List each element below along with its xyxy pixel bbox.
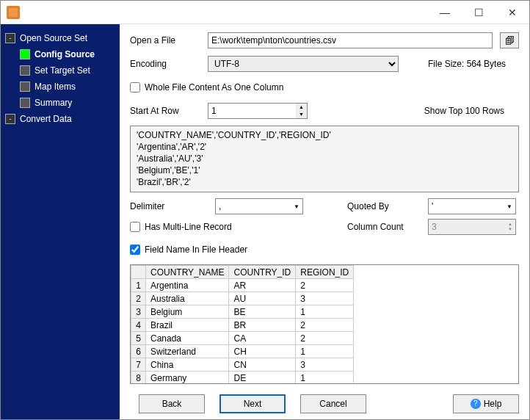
whole-file-checkbox[interactable] xyxy=(130,82,140,93)
data-preview-table[interactable]: COUNTRY_NAME COUNTRY_ID REGION_ID 1Argen… xyxy=(130,264,519,384)
help-button[interactable]: ? Help xyxy=(453,394,519,413)
table-cell[interactable]: China xyxy=(146,358,229,372)
tree-node-icon xyxy=(20,65,30,76)
table-cell[interactable]: Germany xyxy=(146,372,229,384)
table-cell[interactable]: 3 xyxy=(296,358,354,372)
column-count-label: Column Count xyxy=(347,222,421,232)
table-cell[interactable]: Australia xyxy=(146,292,229,305)
table-row-header: 3 xyxy=(131,305,146,319)
wizard-sidebar: Open Source Set Config Source Set Target… xyxy=(1,24,120,419)
spinner-down-icon[interactable]: ▼ xyxy=(508,227,512,232)
chevron-down-icon: ▼ xyxy=(294,203,300,210)
cancel-button[interactable]: Cancel xyxy=(300,394,366,413)
sidebar-item-summary[interactable]: Summary xyxy=(4,95,117,111)
table-cell[interactable]: 1 xyxy=(296,345,354,358)
app-icon xyxy=(7,6,20,19)
start-row-label: Start At Row xyxy=(130,106,200,116)
delimiter-select[interactable]: , ▼ xyxy=(215,198,303,214)
encoding-select[interactable]: UTF-8 xyxy=(208,56,399,72)
multiline-label: Has Multi-Line Record xyxy=(145,222,232,232)
table-row[interactable]: 6SwitzerlandCH1 xyxy=(131,345,354,358)
sidebar-item-open-source-set[interactable]: Open Source Set xyxy=(4,30,117,46)
file-size-label: File Size: 564 Bytes xyxy=(428,59,506,69)
table-cell[interactable]: 2 xyxy=(296,319,354,332)
column-count-spinner[interactable]: 3 ▲ ▼ xyxy=(428,219,516,235)
help-icon: ? xyxy=(471,399,481,409)
main-panel: Open a File 🗐 Encoding UTF-8 File Size: … xyxy=(120,24,529,419)
sidebar-item-config-source[interactable]: Config Source xyxy=(4,46,117,62)
table-corner xyxy=(131,266,146,279)
show-top-rows-label: Show Top 100 Rows xyxy=(424,106,504,116)
filepath-input[interactable] xyxy=(208,32,493,48)
table-row-header: 1 xyxy=(131,279,146,292)
table-cell[interactable]: AU xyxy=(229,292,296,305)
tree-node-icon xyxy=(20,82,30,92)
whole-file-label: Whole File Content As One Column xyxy=(145,82,283,93)
table-cell[interactable]: 1 xyxy=(296,372,354,384)
spinner-up-icon[interactable]: ▲ xyxy=(296,104,307,111)
table-row-header: 7 xyxy=(131,358,146,372)
tree-node-icon xyxy=(20,98,30,108)
folder-icon: 🗐 xyxy=(505,35,515,46)
back-button[interactable]: Back xyxy=(139,394,205,413)
table-cell[interactable]: 2 xyxy=(296,332,354,345)
file-preview-textarea[interactable]: 'COUNTRY_NAME','COUNTRY_ID','REGION_ID' … xyxy=(130,126,519,192)
table-cell[interactable]: CA xyxy=(229,332,296,345)
open-file-label: Open a File xyxy=(130,35,200,46)
table-row[interactable]: 5CanadaCA2 xyxy=(131,332,354,345)
sidebar-item-label: Config Source xyxy=(35,49,95,59)
table-header[interactable]: COUNTRY_NAME xyxy=(146,266,229,279)
table-cell[interactable]: Belgium xyxy=(146,305,229,319)
maximize-button[interactable]: ☐ xyxy=(462,1,495,24)
table-cell[interactable]: BE xyxy=(229,305,296,319)
table-cell[interactable]: BR xyxy=(229,319,296,332)
table-header[interactable]: COUNTRY_ID xyxy=(229,266,296,279)
fieldname-header-label: Field Name In File Header xyxy=(145,245,247,255)
sidebar-item-set-target-set[interactable]: Set Target Set xyxy=(4,62,117,79)
table-row[interactable]: 1ArgentinaAR2 xyxy=(131,279,354,292)
tree-expand-icon xyxy=(5,33,15,43)
table-cell[interactable]: DE xyxy=(229,372,296,384)
chevron-down-icon: ▼ xyxy=(507,203,512,210)
table-cell[interactable]: 3 xyxy=(296,292,354,305)
table-row[interactable]: 8GermanyDE1 xyxy=(131,372,354,384)
table-row[interactable]: 3BelgiumBE1 xyxy=(131,305,354,319)
title-bar: — ☐ ✕ xyxy=(1,1,529,24)
minimize-button[interactable]: — xyxy=(428,1,462,24)
fieldname-header-checkbox[interactable] xyxy=(130,245,140,255)
quotedby-label: Quoted By xyxy=(347,201,421,211)
quotedby-select[interactable]: ' ▼ xyxy=(428,198,516,214)
start-row-input[interactable] xyxy=(208,103,296,119)
table-cell[interactable]: CN xyxy=(229,358,296,372)
table-cell[interactable]: 1 xyxy=(296,305,354,319)
table-row-header: 4 xyxy=(131,319,146,332)
table-cell[interactable]: Switzerland xyxy=(146,345,229,358)
table-row[interactable]: 4BrazilBR2 xyxy=(131,319,354,332)
table-cell[interactable]: CH xyxy=(229,345,296,358)
sidebar-item-convert-data[interactable]: Convert Data xyxy=(4,111,117,127)
browse-file-button[interactable]: 🗐 xyxy=(500,32,519,48)
delimiter-label: Delimiter xyxy=(130,201,208,211)
table-row[interactable]: 7ChinaCN3 xyxy=(131,358,354,372)
sidebar-item-label: Summary xyxy=(35,98,72,108)
sidebar-item-map-items[interactable]: Map Items xyxy=(4,79,117,95)
spinner-down-icon[interactable]: ▼ xyxy=(296,111,307,118)
next-button[interactable]: Next xyxy=(219,394,286,413)
sidebar-item-label: Map Items xyxy=(35,82,76,92)
table-cell[interactable]: Brazil xyxy=(146,319,229,332)
table-row-header: 5 xyxy=(131,332,146,345)
spinner-up-icon[interactable]: ▲ xyxy=(508,222,512,227)
multiline-checkbox[interactable] xyxy=(130,222,140,232)
table-cell[interactable]: AR xyxy=(229,279,296,292)
table-cell[interactable]: 2 xyxy=(296,279,354,292)
close-button[interactable]: ✕ xyxy=(495,1,529,24)
table-row-header: 6 xyxy=(131,345,146,358)
table-header[interactable]: REGION_ID xyxy=(296,266,354,279)
table-row[interactable]: 2AustraliaAU3 xyxy=(131,292,354,305)
sidebar-item-label: Set Target Set xyxy=(35,65,90,76)
sidebar-item-label: Convert Data xyxy=(20,114,72,124)
wizard-footer: Back Next Cancel ? Help xyxy=(139,390,519,413)
table-cell[interactable]: Argentina xyxy=(146,279,229,292)
start-row-spinner[interactable]: ▲▼ xyxy=(208,103,308,119)
table-cell[interactable]: Canada xyxy=(146,332,229,345)
